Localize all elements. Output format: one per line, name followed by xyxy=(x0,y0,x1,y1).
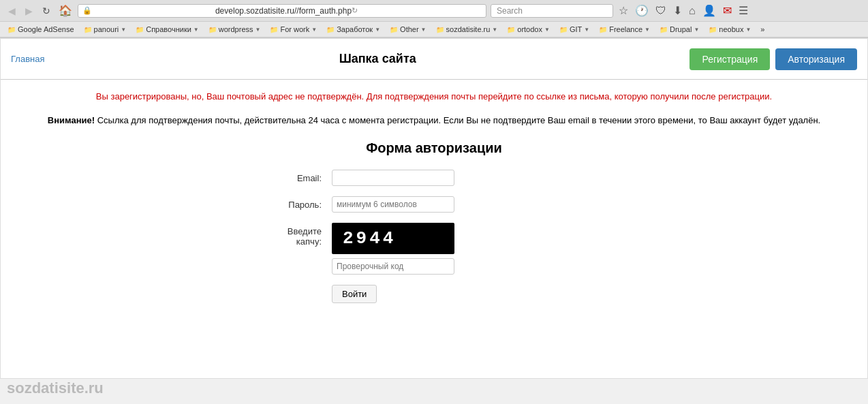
email-row: Email: xyxy=(264,170,604,186)
bookmark-ortodox[interactable]: 📁 ortodox ▼ xyxy=(503,24,553,35)
lock-icon: 🔒 xyxy=(82,6,213,15)
chevron-down-icon: ▼ xyxy=(121,27,126,33)
site-title: Шапка сайта xyxy=(65,52,689,66)
site-header: Главная Шапка сайта Регистрация Авториза… xyxy=(1,39,867,80)
folder-icon: 📁 xyxy=(559,26,568,33)
back-button[interactable]: ◀ xyxy=(5,4,18,18)
menu-icon[interactable]: ☰ xyxy=(737,3,749,18)
bookmark-label: panouri xyxy=(94,25,119,33)
home-icon[interactable]: 🏠 xyxy=(57,3,74,18)
captcha-col: 2944 xyxy=(332,223,454,275)
page-wrapper: Главная Шапка сайта Регистрация Авториза… xyxy=(0,38,868,379)
bookmark-label: Google AdSense xyxy=(18,25,74,33)
email-warning: Вы зарегистрированы, но, Ваш почтовый ад… xyxy=(14,90,854,104)
submit-button[interactable]: Войти xyxy=(332,285,377,303)
chevron-down-icon: ▼ xyxy=(375,27,380,33)
warning-bold: Внимание! xyxy=(48,115,95,125)
chevron-down-icon: ▼ xyxy=(584,27,589,33)
bookmark-more[interactable]: » xyxy=(757,24,768,35)
chevron-down-icon: ▼ xyxy=(645,27,650,33)
folder-icon: 📁 xyxy=(84,26,92,33)
captcha-row: Введите капчу: 2944 xyxy=(264,223,604,275)
forward-button[interactable]: ▶ xyxy=(22,4,35,18)
shield-icon[interactable]: 🛡 xyxy=(654,3,668,18)
search-bar[interactable]: Search xyxy=(491,4,613,18)
bookmark-zarabotok[interactable]: 📁 Заработок ▼ xyxy=(323,24,384,35)
email-label: Email: xyxy=(264,170,332,183)
download-icon[interactable]: ⬇ xyxy=(672,3,683,18)
chevron-down-icon: ▼ xyxy=(421,27,427,33)
bookmark-spravochniki[interactable]: 📁 Справочники ▼ xyxy=(132,24,202,35)
submit-spacer xyxy=(264,285,332,288)
folder-icon: 📁 xyxy=(660,26,668,33)
chevron-down-icon: ▼ xyxy=(745,27,751,33)
bookmark-freelance[interactable]: 📁 Freelance ▼ xyxy=(595,24,653,35)
bookmark-adsense[interactable]: 📁 Google AdSense xyxy=(4,24,78,35)
home2-icon[interactable]: ⌂ xyxy=(687,3,697,18)
bookmark-label: wordpress xyxy=(219,25,253,33)
profile-icon[interactable]: 👤 xyxy=(701,3,717,18)
adsense-icon: 📁 xyxy=(7,26,16,33)
bookmark-star-icon[interactable]: ☆ xyxy=(617,3,630,18)
captcha-input[interactable] xyxy=(332,258,454,275)
bookmark-label: ortodox xyxy=(517,25,542,33)
chevron-down-icon: ▼ xyxy=(311,27,317,33)
bookmark-wordpress[interactable]: 📁 wordpress ▼ xyxy=(205,24,264,35)
folder-icon: 📁 xyxy=(208,26,217,33)
page-content: Вы зарегистрированы, но, Ваш почтовый ад… xyxy=(1,80,867,324)
folder-icon: 📁 xyxy=(270,26,278,33)
auth-button[interactable]: Авторизация xyxy=(775,48,857,70)
bookmark-git[interactable]: 📁 GIT ▼ xyxy=(556,24,593,35)
bookmark-label: Freelance xyxy=(609,25,642,33)
submit-row: Войти xyxy=(264,285,604,303)
reload-button[interactable]: ↻ xyxy=(40,4,53,18)
captcha-image: 2944 xyxy=(332,223,454,254)
chevron-down-icon: ▼ xyxy=(492,27,497,33)
bookmark-label: sozdatisite.ru xyxy=(446,25,491,33)
chevron-down-icon: ▼ xyxy=(193,27,199,33)
bookmark-panouri[interactable]: 📁 panouri ▼ xyxy=(80,24,130,35)
reload-icon: ↻ xyxy=(352,6,482,15)
address-bar[interactable]: 🔒 develop.sozdatisite.ru//form_auth.php … xyxy=(78,4,486,18)
more-label: » xyxy=(760,25,764,33)
bookmark-label: For work xyxy=(280,25,309,33)
bookmark-other[interactable]: 📁 Other ▼ xyxy=(386,24,429,35)
auth-form: Email: Пароль: Введите капчу: 2944 xyxy=(264,170,604,303)
chevron-down-icon: ▼ xyxy=(255,27,261,33)
mail-icon[interactable]: ✉ xyxy=(722,3,733,18)
history-icon[interactable]: 🕐 xyxy=(634,3,650,18)
password-row: Пароль: xyxy=(264,196,604,213)
bookmark-label: Other xyxy=(400,25,419,33)
captcha-label: Введите капчу: xyxy=(264,223,332,247)
chevron-down-icon: ▼ xyxy=(694,27,699,33)
bookmark-label: Справочники xyxy=(146,25,191,33)
time-warning: Внимание! Ссылка для подтверждения почты… xyxy=(14,114,854,127)
home-link[interactable]: Главная xyxy=(11,54,44,64)
bookmark-label: Drupal xyxy=(670,25,692,33)
bookmarks-bar: 📁 Google AdSense 📁 panouri ▼ 📁 Справочни… xyxy=(0,22,868,37)
browser-chrome: ◀ ▶ ↻ 🏠 🔒 develop.sozdatisite.ru//form_a… xyxy=(0,0,868,38)
register-button[interactable]: Регистрация xyxy=(689,48,770,70)
bookmark-forwork[interactable]: 📁 For work ▼ xyxy=(266,24,320,35)
folder-icon: 📁 xyxy=(436,26,444,33)
captcha-label-1: Введите xyxy=(288,226,322,236)
bookmark-label: Заработок xyxy=(337,25,373,33)
folder-icon: 📁 xyxy=(326,26,335,33)
folder-icon: 📁 xyxy=(599,26,607,33)
bookmark-label: neobux xyxy=(719,25,743,33)
browser-nav: ◀ ▶ ↻ 🏠 🔒 develop.sozdatisite.ru//form_a… xyxy=(0,0,868,22)
folder-icon: 📁 xyxy=(507,26,515,33)
form-title: Форма авторизации xyxy=(14,140,854,156)
search-placeholder: Search xyxy=(497,6,523,16)
chevron-down-icon: ▼ xyxy=(544,27,550,33)
bookmark-sozdatisite[interactable]: 📁 sozdatisite.ru ▼ xyxy=(433,24,501,35)
nav-icons: ☆ 🕐 🛡 ⬇ ⌂ 👤 ✉ ☰ xyxy=(617,3,749,18)
bookmark-drupal[interactable]: 📁 Drupal ▼ xyxy=(656,24,702,35)
bookmark-neobux[interactable]: 📁 neobux ▼ xyxy=(705,24,754,35)
warning-text: Ссылка для подтверждения почты, действит… xyxy=(95,115,820,125)
password-input[interactable] xyxy=(332,196,454,213)
folder-icon: 📁 xyxy=(390,26,398,33)
site-nav: Главная xyxy=(11,54,65,64)
header-buttons: Регистрация Авторизация xyxy=(689,48,857,70)
email-input[interactable] xyxy=(332,170,454,186)
